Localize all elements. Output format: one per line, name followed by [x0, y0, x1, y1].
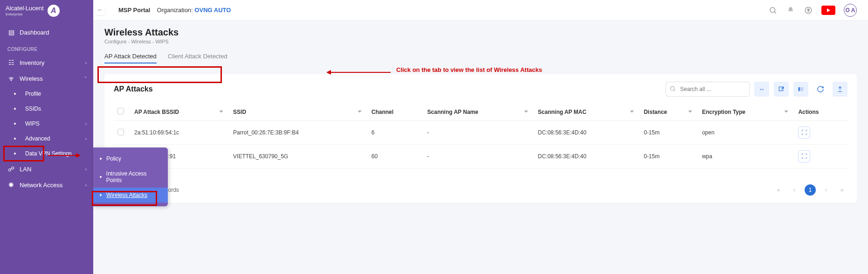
flyout-item-label: Intrusive Access Points [106, 170, 161, 183]
tab-client-attack-detected[interactable]: Client Attack Detected [168, 50, 227, 63]
svg-line-6 [674, 90, 675, 91]
refresh-button[interactable] [813, 82, 828, 97]
cell-ssid: Parrot_00:26:7E:3B:9F:B4 [229, 121, 368, 145]
cell-channel: 60 [368, 145, 424, 169]
select-all-checkbox[interactable] [117, 108, 124, 114]
tab-ap-attack-detected[interactable]: AP Attack Detected [104, 50, 157, 63]
pager-first[interactable]: « [773, 184, 784, 196]
org-name[interactable]: OVNG AUTO [194, 7, 231, 14]
flyout-item-intrusive-ap[interactable]: Intrusive Access Points [93, 166, 168, 188]
col-header: SSID [233, 109, 246, 115]
chevron-right-icon: › [85, 121, 87, 126]
search-icon [669, 85, 676, 93]
svg-rect-8 [799, 87, 800, 91]
table-footer: Showing 1 - 2 of 2 records « ‹ 1 › » [114, 184, 847, 196]
attacks-table: AP Attack BSSID⏷ SSID⏷ Channel Scanning … [114, 103, 847, 169]
svg-text:?: ? [807, 8, 809, 13]
sidebar-item-label: Advanced [25, 135, 50, 142]
row-action-expand[interactable]: ⛶ [798, 126, 810, 139]
sidebar-item-dashboard[interactable]: ▤ Dashboard [0, 24, 93, 40]
search-box [666, 82, 750, 97]
brand-badge: A [48, 5, 60, 17]
sidebar-item-lan[interactable]: ☍ LAN › [0, 161, 93, 177]
annotation-arrow-tabs [326, 70, 391, 75]
table-row: 2a:51:10:69:54:1c Parrot_00:26:7E:3B:9F:… [114, 121, 847, 145]
filter-icon[interactable]: ⏷ [784, 109, 789, 114]
wips-submenu: Policy Intrusive Access Points Wireless … [93, 148, 168, 206]
cell-bssid: 2a:51:10:69:54:1c [131, 121, 229, 145]
col-header: Scanning AP MAC [538, 109, 586, 115]
filter-icon[interactable]: ⏷ [524, 109, 529, 114]
sidebar-item-label: Profile [25, 91, 41, 97]
topbar: MSP Portal Organization: OVNG AUTO ? O A [93, 0, 868, 21]
sidebar-item-data-vpn[interactable]: Data VPN Settings [0, 146, 93, 161]
sidebar-item-inventory[interactable]: ☷ Inventory › [0, 55, 93, 70]
section-heading-configure: CONFIGURE [0, 40, 93, 55]
help-icon[interactable]: ? [804, 6, 813, 15]
svg-rect-10 [802, 87, 803, 91]
cell-distance: 0-15m [640, 121, 698, 145]
flyout-item-policy[interactable]: Policy [93, 151, 168, 166]
sidebar-item-label: WIPS [25, 120, 40, 127]
pager-last[interactable]: » [836, 184, 847, 196]
filter-icon[interactable]: ⏷ [630, 109, 634, 114]
svg-point-1 [770, 7, 775, 13]
export-button[interactable] [774, 82, 789, 97]
col-header: Channel [372, 109, 393, 115]
pager-current[interactable]: 1 [805, 184, 816, 196]
brand-sub: Enterprise [6, 12, 44, 16]
cell-ap-mac: DC:08:56:3E:4D:40 [534, 121, 640, 145]
tabs: AP Attack Detected Client Attack Detecte… [104, 50, 857, 64]
sidebar-item-advanced[interactable]: Advanced › [0, 131, 93, 146]
filter-icon[interactable]: ⏷ [688, 109, 693, 114]
row-action-expand[interactable]: ⛶ [798, 150, 810, 162]
sidebar-item-ssids[interactable]: SSIDs [0, 101, 93, 116]
sidebar-item-wireless[interactable]: Wireless ˄ [0, 70, 93, 86]
cell-ap-mac: DC:08:56:3E:4D:40 [534, 145, 640, 169]
bell-icon[interactable] [786, 6, 795, 15]
sidebar-item-wips[interactable]: WIPS › [0, 116, 93, 131]
card-ap-attacks: AP Attacks ↔ [104, 74, 857, 203]
cell-ap-name: - [424, 145, 534, 169]
sidebar-item-label: Dashboard [20, 29, 49, 36]
upload-button[interactable] [833, 82, 847, 97]
sidebar-collapse-button[interactable]: ← [95, 5, 105, 15]
bullet-icon [100, 158, 102, 160]
cell-enc: wpa [698, 145, 794, 169]
chevron-right-icon: › [85, 183, 87, 188]
filter-icon[interactable]: ⏷ [219, 109, 224, 114]
pager-next[interactable]: › [820, 184, 832, 196]
org-label: Organization: [157, 7, 193, 14]
flyout-item-label: Policy [106, 155, 121, 162]
col-header: Scanning AP Name [427, 109, 478, 115]
gear-icon: ✺ [7, 181, 15, 189]
bullet-icon [100, 194, 102, 196]
search-input[interactable] [666, 82, 750, 97]
dashboard-icon: ▤ [7, 28, 15, 36]
bullet-icon [14, 108, 16, 110]
sidebar-item-label: Inventory [20, 59, 44, 66]
youtube-icon[interactable] [821, 6, 835, 15]
chevron-up-icon: ˄ [84, 76, 87, 81]
sidebar-item-profile[interactable]: Profile [0, 86, 93, 101]
sidebar-item-label: SSIDs [25, 105, 41, 112]
cell-channel: 6 [368, 121, 424, 145]
pager-prev[interactable]: ‹ [789, 184, 800, 196]
sidebar-item-label: Data VPN Settings [25, 150, 72, 157]
chevron-right-icon: › [85, 136, 87, 141]
sidebar-item-network-access[interactable]: ✺ Network Access › [0, 177, 93, 193]
flyout-item-wireless-attacks[interactable]: Wireless Attacks [93, 188, 168, 203]
avatar[interactable]: O A [844, 4, 857, 17]
portal-title: MSP Portal [118, 7, 150, 14]
annotation-text: Click on the tab to view the list of Wir… [396, 66, 542, 74]
sidebar: Alcatel·Lucent Enterprise A ▤ Dashboard … [0, 0, 93, 274]
sidebar-item-label: Wireless [20, 75, 43, 82]
table-row: c6:eb:ff:73:07:91 VIETTEL_630790_5G 60 -… [114, 145, 847, 169]
breadcrumb: Configure - Wireless - WIPS [104, 39, 857, 44]
row-checkbox[interactable] [117, 129, 124, 135]
wifi-icon [7, 75, 15, 82]
columns-button[interactable] [793, 82, 808, 97]
filter-icon[interactable]: ⏷ [358, 109, 362, 114]
search-icon[interactable] [768, 6, 778, 15]
fit-columns-button[interactable]: ↔ [754, 82, 769, 97]
